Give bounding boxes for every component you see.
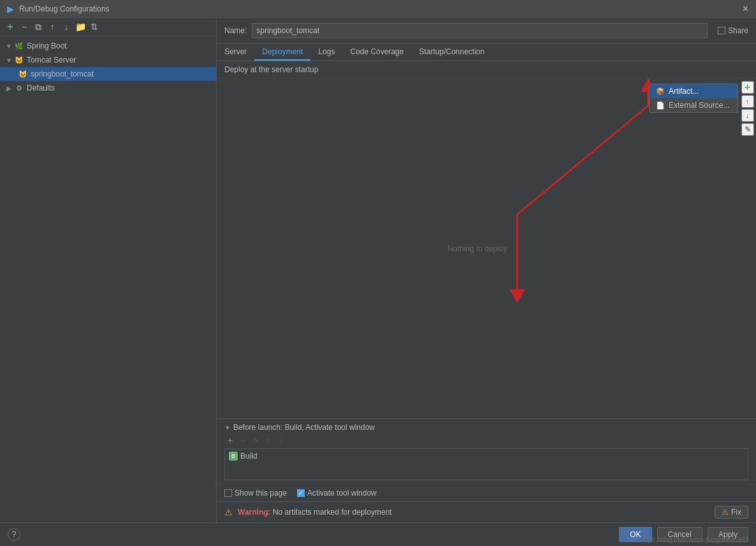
deploy-up-button[interactable]: ↑: [741, 95, 754, 108]
tree-label-tomcat-server: Tomcat Server: [27, 55, 76, 64]
tree-arrow-defaults: ▶: [5, 84, 13, 92]
show-this-page-row: Show this page: [224, 489, 287, 498]
fix-icon: ⚠: [722, 508, 729, 517]
nothing-to-deploy-label: Nothing to deploy: [447, 244, 507, 253]
share-label: Share: [728, 26, 748, 35]
deploy-main: Nothing to deploy + ↑ ↓ ✎ 📦 Artifact...: [217, 78, 756, 418]
show-this-page-label: Show this page: [235, 489, 287, 498]
tree-arrow-spring-boot: ▼: [5, 42, 13, 50]
name-row: Name: Share: [217, 18, 756, 44]
activate-tool-window-label: Activate tool window: [307, 489, 377, 498]
copy-config-button[interactable]: ⧉: [32, 20, 45, 33]
warning-icon: ⚠: [224, 507, 233, 517]
tabs-row: Server Deployment Logs Code Coverage Sta…: [217, 44, 756, 61]
folder-button[interactable]: 📁: [74, 20, 87, 33]
bl-down-button[interactable]: ↓: [275, 434, 287, 446]
tree-label-spring-boot: Spring Boot: [27, 41, 67, 50]
tab-code-coverage[interactable]: Code Coverage: [342, 44, 411, 61]
bl-up-button[interactable]: ↑: [263, 434, 274, 446]
before-launch-section: ▼ Before launch: Build, Activate tool wi…: [217, 418, 756, 484]
dropdown-external-source[interactable]: 📄 External Source...: [650, 98, 738, 112]
external-source-icon: 📄: [656, 101, 665, 110]
fix-button[interactable]: ⚠ Fix: [715, 506, 748, 519]
right-panel: Name: Share Server Deployment Logs Code …: [217, 18, 756, 522]
bottom-options: Show this page ✓ Activate tool window: [217, 484, 756, 501]
external-source-label: External Source...: [669, 101, 729, 110]
tab-startup-connection[interactable]: Startup/Connection: [411, 44, 492, 61]
content-area: Deploy at the server startup Nothing to …: [217, 61, 756, 501]
footer-left: ?: [8, 528, 20, 541]
dialog-footer: ? OK Cancel Apply https://blog.csdn.net/…: [0, 522, 756, 546]
share-checkbox[interactable]: [718, 27, 725, 34]
warning-text: Warning: No artifacts marked for deploym…: [238, 508, 709, 517]
deploy-sidebar: + ↑ ↓ ✎: [738, 78, 756, 418]
defaults-icon: ⚙: [14, 83, 24, 93]
name-input[interactable]: [252, 23, 708, 38]
before-launch-toolbar: + − ✎ ↑ ↓: [224, 434, 748, 446]
tomcat-icon: 🐱: [14, 55, 24, 65]
bl-add-button[interactable]: +: [224, 434, 236, 446]
title-bar: ▶ Run/Debug Configurations ×: [0, 0, 756, 18]
warning-label: Warning:: [238, 508, 271, 517]
main-content: + − ⧉ ↑ ↓ 📁 ⇅ ▼ 🌿 Spring Boot ▼ 🐱: [0, 18, 756, 522]
warning-bar: ⚠ Warning: No artifacts marked for deplo…: [217, 501, 756, 522]
close-button[interactable]: ×: [740, 3, 751, 15]
build-label: Build: [240, 452, 258, 461]
tree-item-springboot-tomcat[interactable]: 🐱 springboot_tomcat: [0, 67, 216, 81]
tree-label-springboot-tomcat: springboot_tomcat: [31, 70, 94, 78]
help-button[interactable]: ?: [8, 528, 20, 541]
build-item: B Build: [226, 450, 746, 462]
artifact-label: Artifact...: [669, 87, 699, 96]
dialog-title: Run/Debug Configurations: [19, 4, 740, 13]
deploy-add-button[interactable]: +: [741, 81, 754, 94]
build-icon: B: [229, 452, 238, 461]
before-launch-label: Before launch: Build, Activate tool wind…: [233, 423, 375, 432]
bl-edit-button[interactable]: ✎: [250, 434, 261, 446]
tab-deployment[interactable]: Deployment: [254, 44, 310, 61]
artifact-icon: 📦: [656, 87, 665, 96]
tree-arrow-tomcat: ▼: [5, 56, 13, 64]
footer-url: https://blog.csdn.net/xujiangdong1992: [641, 536, 748, 543]
tab-server[interactable]: Server: [217, 44, 254, 61]
dropdown-artifact[interactable]: 📦 Artifact...: [650, 84, 738, 98]
tab-logs[interactable]: Logs: [310, 44, 342, 61]
left-toolbar: + − ⧉ ↑ ↓ 📁 ⇅: [0, 18, 216, 36]
add-config-button[interactable]: +: [4, 20, 17, 33]
deploy-down-button[interactable]: ↓: [741, 109, 754, 122]
artifact-dropdown: 📦 Artifact... 📄 External Source...: [649, 84, 738, 113]
before-launch-list: B Build: [224, 448, 748, 480]
dialog-icon: ▶: [5, 4, 15, 14]
tree-item-defaults[interactable]: ▶ ⚙ Defaults: [0, 81, 216, 95]
deploy-header: Deploy at the server startup: [217, 61, 756, 78]
move-up-button[interactable]: ↑: [46, 20, 59, 33]
warning-message: No artifacts marked for deployment: [273, 508, 392, 517]
share-row: Share: [718, 26, 748, 35]
spring-boot-icon: 🌿: [14, 41, 24, 51]
tree-item-spring-boot[interactable]: ▼ 🌿 Spring Boot: [0, 39, 216, 53]
springboot-tomcat-icon: 🐱: [18, 69, 28, 79]
before-launch-arrow: ▼: [224, 424, 231, 431]
config-tree: ▼ 🌿 Spring Boot ▼ 🐱 Tomcat Server 🐱 spri…: [0, 36, 216, 522]
bl-remove-button[interactable]: −: [237, 434, 249, 446]
sort-button[interactable]: ⇅: [88, 20, 101, 33]
show-this-page-checkbox[interactable]: [224, 489, 232, 497]
fix-label: Fix: [731, 508, 741, 517]
tree-item-tomcat-server[interactable]: ▼ 🐱 Tomcat Server: [0, 53, 216, 67]
deploy-list: Nothing to deploy: [217, 78, 738, 418]
before-launch-header[interactable]: ▼ Before launch: Build, Activate tool wi…: [224, 423, 748, 432]
remove-config-button[interactable]: −: [18, 20, 31, 33]
run-debug-dialog: ▶ Run/Debug Configurations × + − ⧉ ↑ ↓ 📁…: [0, 0, 756, 546]
name-label: Name:: [224, 26, 247, 35]
activate-tool-window-checkbox[interactable]: ✓: [297, 489, 305, 497]
tree-label-defaults: Defaults: [27, 84, 55, 92]
move-down-button[interactable]: ↓: [60, 20, 73, 33]
left-panel: + − ⧉ ↑ ↓ 📁 ⇅ ▼ 🌿 Spring Boot ▼ 🐱: [0, 18, 217, 522]
activate-tool-window-row: ✓ Activate tool window: [297, 489, 377, 498]
deploy-edit-button[interactable]: ✎: [741, 123, 754, 136]
